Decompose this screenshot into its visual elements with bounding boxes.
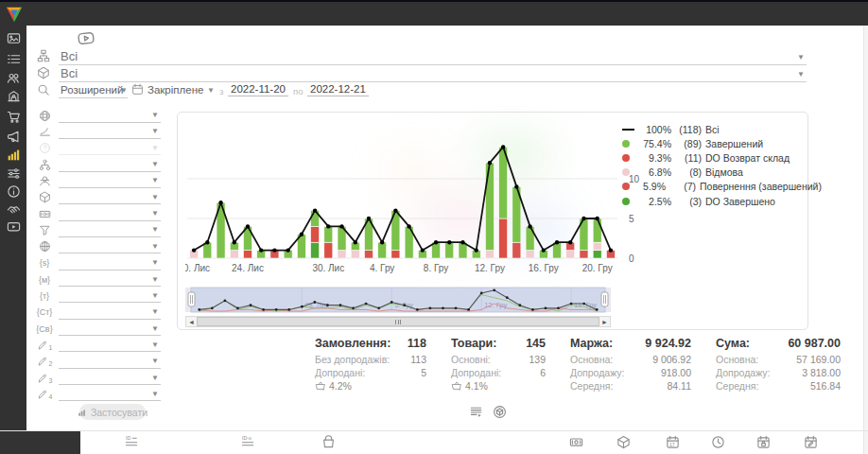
filter-select[interactable]: ▼ [59, 306, 161, 320]
filter-select[interactable]: ▼ [59, 158, 161, 172]
chevron-down-icon: ▼ [151, 291, 159, 300]
list-flag-icon[interactable] [469, 405, 483, 419]
calendar-icon[interactable] [131, 83, 144, 96]
filter-select[interactable]: ▼ [59, 288, 161, 303]
legend-item[interactable]: 75.4%(89)Завершений [622, 136, 806, 150]
filter-select[interactable]: ▼ [59, 355, 161, 369]
chevron-down-icon: ▼ [151, 357, 159, 365]
app-root: Всі ▼ Всі ▼ Розширений ▼ Закріплене ▼ з … [0, 0, 868, 454]
brand-logo[interactable] [4, 4, 25, 25]
chevron-down-icon[interactable]: ▼ [797, 70, 805, 79]
search-icon[interactable] [37, 83, 50, 96]
org-tree-icon [37, 49, 50, 62]
chart-navigator[interactable]: 28. Лис5. Гру12. Гру19. Гру [185, 287, 611, 315]
cube-icon [39, 191, 51, 203]
svg-text:8. Гру: 8. Гру [424, 263, 448, 273]
calendar-lock-icon[interactable] [756, 435, 771, 449]
filter-row-funnel: ▼ [36, 222, 161, 237]
stat-row: Середня:84.11 [570, 379, 691, 393]
cube-icon[interactable] [616, 435, 631, 449]
chevron-down-icon[interactable]: ▼ [797, 53, 805, 61]
filter-select[interactable]: ▼ [59, 239, 161, 253]
list-icon[interactable] [0, 50, 26, 67]
filter-select[interactable]: ▼ [59, 272, 161, 287]
page-scrollbar[interactable] [863, 26, 868, 454]
filter-select[interactable]: ▼ [59, 387, 161, 401]
text-icon: {s} [40, 258, 50, 268]
bag-icon[interactable] [321, 435, 336, 449]
filter-select[interactable]: ▼ [59, 141, 161, 155]
legend-dot [622, 140, 630, 148]
legend-item[interactable]: 9.3%(11)DO Возврат склад [622, 150, 806, 165]
filter-select[interactable]: ▼ [59, 190, 161, 204]
filter-select[interactable]: ▼ [59, 371, 161, 385]
globe-icon [39, 110, 51, 122]
legend-item[interactable]: 5.9%(7)Повернення (завершений) [622, 180, 806, 194]
chart-bars-icon[interactable] [0, 146, 26, 163]
filter-select[interactable]: ▼ [59, 207, 161, 221]
video-hint-icon[interactable] [74, 28, 98, 48]
cube-circle-icon[interactable] [493, 405, 507, 419]
legend-item[interactable]: 6.8%(8)Відмова [622, 166, 806, 180]
filter-select[interactable]: ▼ [59, 174, 161, 188]
legend-item[interactable]: 2.5%(3)DO Завершено [622, 194, 806, 208]
text-icon: {Св} [36, 324, 52, 334]
scroll-right-arrow-icon[interactable]: ► [599, 317, 610, 326]
apply-filters-button[interactable]: Застосувати [79, 404, 146, 420]
question-icon [39, 142, 51, 154]
product-filter-select[interactable] [59, 66, 807, 82]
users-icon[interactable] [0, 69, 26, 86]
scroll-left-arrow-icon[interactable]: ◄ [186, 317, 197, 326]
calendar-edit-icon[interactable] [804, 435, 818, 449]
chevron-down-icon: ▼ [151, 307, 159, 316]
banknote-icon[interactable] [569, 435, 583, 449]
stat-row: Допродажу:918.00 [570, 366, 691, 379]
stat-row: Середня:516.84 [716, 379, 841, 393]
filter-select[interactable]: ▼ [59, 256, 161, 271]
filter-select[interactable]: ▼ [59, 338, 161, 352]
chevron-down-icon: ▼ [151, 340, 159, 349]
chart-scrollbar[interactable]: ◄ ► [185, 316, 611, 327]
date-to-field[interactable]: 2022-12-21 [307, 83, 369, 96]
chevron-down-icon[interactable]: ▼ [207, 86, 215, 95]
date-from-field[interactable]: 2022-11-20 [228, 83, 288, 96]
legend-item[interactable]: 100%(118)Всі [622, 122, 806, 136]
source-filter-select[interactable] [59, 49, 807, 65]
chevron-down-icon: ▼ [151, 258, 159, 267]
svg-text:20. Гру: 20. Гру [582, 263, 613, 273]
calendar-17-icon[interactable]: 17 [666, 435, 680, 449]
filter-select[interactable]: ▼ [59, 109, 161, 123]
filter-select[interactable]: ▼ [59, 223, 161, 237]
id-lines-icon[interactable]: ID [125, 435, 139, 449]
filter-row-spy: ▼ [36, 173, 161, 188]
info-icon[interactable] [0, 183, 26, 200]
filter-select[interactable]: ▼ [59, 322, 161, 336]
image-card-icon[interactable] [0, 29, 26, 46]
chevron-down-icon: ▼ [151, 275, 159, 284]
stat-title: Сума:60 987.00 [716, 337, 841, 350]
orders-chart[interactable]: 051020. Лис24. Лис30. Лис4. Гру8. Гру12.… [185, 118, 651, 281]
video-icon[interactable] [0, 218, 26, 235]
handshake-icon[interactable] [0, 201, 26, 218]
legend-line-marker [622, 129, 634, 131]
svg-text:30. Лис: 30. Лис [312, 263, 344, 273]
sliders-icon[interactable] [0, 165, 26, 182]
filter-row-pencil4: 4 ▼ [36, 387, 161, 402]
building-icon[interactable] [0, 87, 26, 104]
megaphone-icon[interactable] [0, 128, 26, 145]
cart-icon[interactable] [0, 108, 26, 125]
filter-row-s: {s} ▼ [36, 255, 161, 271]
globe-grid-icon [39, 240, 51, 253]
search-mode-underline [59, 83, 128, 98]
summary-stats: Замовлення:118Без допродажів:113Допродан… [315, 337, 841, 393]
text-icon: {м} [39, 275, 50, 285]
scrollbar-thumb[interactable] [197, 317, 599, 326]
ramp-icon [39, 126, 51, 138]
filter-row-pencil1: 1 ▼ [36, 338, 161, 353]
filter-select[interactable]: ▼ [59, 125, 161, 139]
svg-text:12. Гру: 12. Гру [484, 301, 507, 309]
id-o-icon[interactable]: ID-o [241, 435, 255, 449]
svg-text:5: 5 [629, 214, 634, 224]
period-dropdown[interactable]: Закріплене [148, 84, 203, 96]
clock-icon[interactable] [711, 435, 725, 449]
